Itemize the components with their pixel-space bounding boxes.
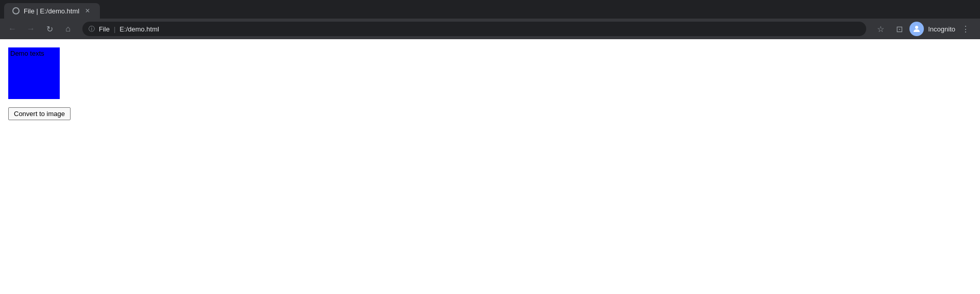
menu-button[interactable]: ⋮	[957, 21, 974, 37]
tab-switch-button[interactable]: ⊡	[891, 21, 907, 37]
profile-icon	[912, 24, 921, 34]
browser-chrome: File | E:/demo.html ✕ ← → ↻ ⌂ ⓘ File | E…	[0, 0, 980, 39]
forward-icon: →	[27, 24, 35, 34]
refresh-icon: ↻	[46, 24, 53, 34]
info-icon: ⓘ	[89, 25, 95, 34]
star-icon: ☆	[877, 24, 884, 34]
convert-to-image-button[interactable]: Convert to image	[8, 107, 71, 120]
home-button[interactable]: ⌂	[60, 21, 76, 37]
demo-box: Demo texts	[8, 47, 60, 99]
forward-button[interactable]: →	[23, 21, 39, 37]
tabswitch-icon: ⊡	[896, 24, 903, 34]
tab-bar: File | E:/demo.html ✕	[0, 0, 980, 19]
address-bar-wrapper: ⓘ File | E:/demo.html	[82, 22, 866, 36]
page-content: Demo texts Convert to image	[0, 39, 980, 294]
navigation-bar: ← → ↻ ⌂ ⓘ File | E:/demo.html ☆ ⊡	[0, 19, 980, 39]
address-bar[interactable]: ⓘ File | E:/demo.html	[82, 22, 866, 36]
address-url: E:/demo.html	[119, 25, 159, 33]
home-icon: ⌂	[65, 24, 71, 34]
address-separator: |	[114, 25, 115, 33]
profile-name: Incognito	[928, 25, 955, 33]
refresh-button[interactable]: ↻	[41, 21, 58, 37]
active-tab[interactable]: File | E:/demo.html ✕	[4, 3, 100, 19]
back-icon: ←	[8, 24, 16, 34]
tab-favicon	[12, 7, 20, 14]
tab-close-button[interactable]: ✕	[83, 7, 92, 15]
menu-icon: ⋮	[961, 24, 970, 34]
bookmark-button[interactable]: ☆	[872, 21, 889, 37]
svg-point-0	[915, 26, 918, 29]
profile-button[interactable]	[909, 22, 924, 36]
browser-actions: ☆ ⊡ Incognito ⋮	[872, 21, 976, 37]
address-file: File	[99, 25, 110, 33]
back-button[interactable]: ←	[4, 21, 21, 37]
tab-title: File | E:/demo.html	[24, 7, 79, 15]
demo-text: Demo texts	[10, 50, 44, 57]
